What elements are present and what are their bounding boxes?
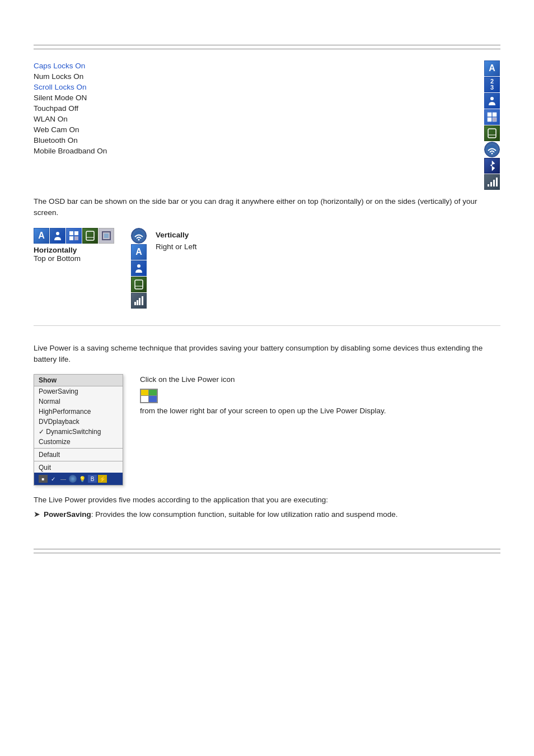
list-item-webcam: Web Cam On [34, 124, 472, 135]
menu-item-dynamicswitching[interactable]: DynamicSwitching [34, 427, 123, 437]
livepower-intro: Live Power is a saving scheme technique … [34, 343, 500, 366]
taskbar-icon-4 [69, 475, 77, 483]
svg-point-0 [490, 97, 494, 100]
svg-point-13 [56, 232, 59, 235]
horiz-label-line2: Top or Bottom [34, 254, 81, 263]
menu-footer-taskbar: ■ ✓ — 💡 B ⚡ [34, 473, 123, 485]
vert-label-line2: Right or Left [156, 241, 197, 253]
taskbar-icon-7: ⚡ [98, 475, 107, 483]
svg-rect-17 [74, 236, 78, 240]
menu-header: Show [34, 375, 123, 386]
osd-icon-num: 23 [484, 77, 500, 92]
taskbar-icon-1: ■ [39, 475, 48, 483]
svg-point-8 [491, 153, 493, 155]
bullet-text-powersaving: PowerSaving: Provides the low consumptio… [44, 509, 500, 520]
svg-point-24 [137, 264, 140, 268]
menu-item-powersaving[interactable]: PowerSaving [34, 386, 123, 396]
section-divider [34, 325, 500, 326]
svg-rect-14 [69, 231, 73, 235]
osd-icon-scroll [484, 93, 500, 109]
menu-item-normal[interactable]: Normal [34, 396, 123, 407]
menu-divider-2 [34, 461, 123, 461]
livepower-content: Show PowerSaving Normal HighPerformance … [34, 374, 500, 486]
list-item-scroll-lock: Scroll Locks On [34, 82, 472, 92]
horiz-icon-person [50, 228, 65, 244]
live-power-context-menu: Show PowerSaving Normal HighPerformance … [34, 374, 123, 486]
top-rule-1 [34, 45, 500, 45]
svg-rect-5 [488, 129, 496, 138]
horiz-icon-wave [82, 228, 98, 244]
osd-description: The OSD bar can be shown on the side bar… [34, 196, 500, 219]
osd-section: Caps Locks On Num Locks On Scroll Locks … [0, 55, 534, 309]
vertical-labels: Vertically Right or Left [156, 228, 197, 253]
taskbar-icon-3: — [59, 474, 68, 483]
horiz-icon-A: A [34, 228, 49, 244]
osd-vertical-icons: A 23 [484, 60, 500, 190]
osd-list: Caps Locks On Num Locks On Scroll Locks … [34, 60, 472, 156]
osd-icon-caps: A [484, 60, 500, 76]
menu-divider-1 [34, 448, 123, 449]
layout-section: A [34, 228, 500, 309]
taskbar-icon-2: ✓ [49, 474, 58, 483]
svg-point-23 [138, 239, 140, 240]
svg-rect-12 [496, 178, 498, 186]
layout-vertical-area: A [131, 228, 197, 309]
svg-rect-25 [135, 280, 143, 289]
svg-rect-21 [104, 234, 109, 238]
menu-item-default[interactable]: Default [34, 450, 123, 460]
list-item-num-lock: Num Locks On [34, 71, 472, 82]
taskbar-icon-5: 💡 [78, 474, 87, 483]
svg-rect-9 [488, 184, 489, 186]
list-item-wlan: WLAN On [34, 114, 472, 124]
svg-rect-4 [493, 118, 496, 122]
osd-icon-broadband [484, 174, 500, 190]
horiz-label-line1: Horizontally [34, 246, 77, 254]
svg-rect-18 [86, 231, 94, 240]
list-item-silent-mode: Silent Mode ON [34, 92, 472, 103]
livepower-description: Click on the Live Power icon from the lo… [140, 374, 500, 417]
horiz-icon-box [99, 228, 114, 244]
bottom-rule-2 [34, 553, 500, 553]
menu-item-customize[interactable]: Customize [34, 437, 123, 447]
osd-top-content: Caps Locks On Num Locks On Scroll Locks … [34, 60, 500, 190]
vert-icons-strip: A [131, 228, 147, 309]
bullet-colon-text: : Provides the low consumption function,… [91, 510, 398, 519]
taskbar-icon-6: B [88, 475, 97, 483]
vert-label-line1: Vertically [156, 229, 197, 241]
livepower-icon-box [140, 389, 158, 403]
menu-item-quit[interactable]: Quit [34, 463, 123, 473]
list-item-bluetooth: Bluetooth On [34, 135, 472, 146]
bottom-rule-1 [34, 549, 500, 549]
svg-rect-10 [490, 182, 492, 186]
from-text: from the lower right bar of your screen … [140, 405, 500, 417]
svg-rect-30 [142, 296, 143, 305]
svg-rect-11 [493, 180, 495, 186]
livepower-section: Live Power is a saving scheme technique … [0, 337, 534, 532]
vert-icon-person [131, 260, 147, 276]
svg-rect-27 [134, 302, 136, 305]
top-rule-2 [34, 49, 500, 49]
layout-horizontal: A [34, 228, 114, 263]
bullet-row-powersaving: ➤ PowerSaving: Provides the low consumpt… [34, 509, 500, 520]
svg-rect-29 [139, 298, 140, 305]
menu-item-dvdplayback[interactable]: DVDplayback [34, 417, 123, 427]
bottom-rules-area [0, 532, 534, 559]
list-item-touchpad: Touchpad Off [34, 103, 472, 114]
menu-item-highperf[interactable]: HighPerformance [34, 407, 123, 417]
livepower-modes-intro: The Live Power provides five modes accor… [34, 494, 500, 506]
horiz-icon-grid [66, 228, 82, 244]
list-item-broadband: Mobile Broadband On [34, 146, 472, 156]
vert-icon-bars [131, 293, 147, 309]
svg-rect-1 [488, 113, 491, 116]
vert-icon-A: A [131, 244, 147, 260]
osd-icon-silent [484, 109, 500, 125]
horiz-icons-strip: A [34, 228, 114, 244]
top-rules-area [0, 0, 534, 55]
page-container: Caps Locks On Num Locks On Scroll Locks … [0, 0, 534, 559]
svg-rect-16 [69, 236, 73, 240]
list-item-caps-lock: Caps Locks On [34, 60, 472, 71]
svg-rect-3 [488, 118, 491, 122]
svg-rect-2 [493, 113, 496, 116]
vert-icon-wlan [131, 228, 147, 244]
osd-icon-touchpad [484, 125, 500, 141]
